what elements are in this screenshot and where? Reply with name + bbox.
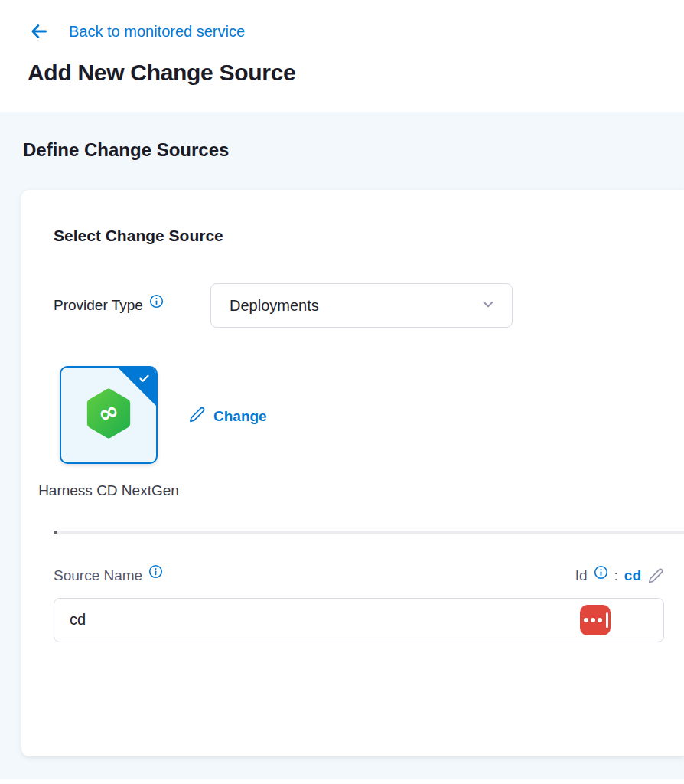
selected-source-tile-column: ∞ Harness CD NextGen: [60, 366, 158, 503]
divider-scroll-thumb: [54, 531, 57, 534]
chevron-down-icon: [480, 296, 497, 315]
edit-id-pencil-icon[interactable]: [647, 567, 664, 584]
change-source-card: Select Change Source Provider Type Deplo…: [21, 190, 684, 756]
back-link[interactable]: Back to monitored service: [69, 23, 245, 41]
section-title: Define Change Sources: [23, 139, 684, 161]
password-manager-dot: [598, 618, 602, 622]
card-title: Select Change Source: [54, 227, 664, 245]
info-icon[interactable]: [594, 565, 608, 583]
id-label: Id: [575, 567, 588, 584]
source-name-label-group: Source Name: [54, 567, 163, 584]
source-name-input-wrap: [54, 598, 664, 642]
page-header: Back to monitored service Add New Change…: [0, 0, 684, 112]
check-icon: [138, 373, 151, 387]
source-name-label: Source Name: [54, 567, 142, 584]
password-manager-icon[interactable]: [580, 605, 611, 635]
harness-cd-tile[interactable]: ∞: [60, 366, 158, 464]
page-title: Add New Change Source: [28, 60, 656, 86]
pencil-icon: [188, 406, 206, 426]
section-divider: [54, 531, 684, 534]
provider-type-label: Provider Type: [54, 297, 143, 314]
back-arrow-icon[interactable]: [28, 21, 50, 41]
change-link-label[interactable]: Change: [213, 408, 267, 425]
source-name-input[interactable]: [54, 598, 664, 642]
change-source-link[interactable]: Change: [188, 406, 267, 426]
provider-type-row: Provider Type Deployments: [54, 283, 664, 328]
password-manager-dot: [591, 618, 595, 622]
provider-type-label-group: Provider Type: [54, 297, 210, 314]
selected-source-row: ∞ Harness CD NextGen: [54, 366, 664, 503]
id-value[interactable]: cd: [624, 567, 641, 584]
selected-source-name: Harness CD NextGen: [38, 479, 179, 503]
back-link-row[interactable]: Back to monitored service: [28, 21, 656, 41]
password-manager-dot: [584, 618, 588, 622]
id-row: Id : cd: [575, 567, 664, 584]
id-separator: :: [614, 567, 618, 584]
source-name-row: Source Name Id: [54, 567, 664, 584]
main-area: Define Change Sources Select Change Sour…: [0, 112, 684, 779]
provider-type-dropdown[interactable]: Deployments: [210, 283, 513, 328]
password-manager-cursor: [606, 612, 608, 628]
info-icon[interactable]: [148, 564, 163, 583]
selected-corner-triangle: [117, 367, 157, 407]
info-icon[interactable]: [149, 294, 164, 312]
provider-type-value: Deployments: [230, 297, 319, 315]
